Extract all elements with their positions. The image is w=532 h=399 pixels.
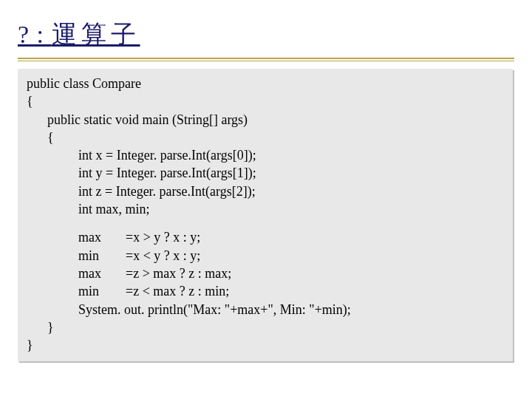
slide-title: ? : 運算子 [18,18,514,52]
code-token: min [78,282,126,300]
code-line: max=x > y ? x : y; [27,228,504,246]
code-line: min=z < max ? z : min; [27,282,504,300]
code-line: System. out. println("Max: "+max+", Min:… [27,301,504,318]
code-token: max [78,228,126,246]
code-line: int x = Integer. parse.Int(args[0]); [27,146,504,164]
title-divider [18,58,514,61]
code-line: min=x < y ? x : y; [27,247,504,265]
code-line: { [27,129,504,146]
code-token: =x > y ? x : y; [126,230,200,245]
divider-line-thick [18,58,514,59]
code-line: int z = Integer. parse.Int(args[2]); [27,183,504,200]
code-line: max=z > max ? z : max; [27,265,504,282]
slide: ? : 運算子 public class Compare { public st… [0,0,532,399]
blank-line [27,218,504,228]
code-line: } [27,336,504,354]
code-token: min [78,247,126,265]
code-line: public class Compare [27,75,504,92]
code-line: int max, min; [27,200,504,218]
code-line: { [27,92,504,110]
code-line: } [27,318,504,336]
code-line: int y = Integer. parse.Int(args[1]); [27,164,504,182]
code-token: =z < max ? z : min; [126,284,229,299]
title-prefix: ? : [18,21,52,48]
code-token: max [78,265,126,282]
code-box: public class Compare { public static voi… [18,69,513,361]
code-line: public static void main (String[] args) [27,111,504,129]
code-token: =z > max ? z : max; [126,266,231,281]
code-token: =x < y ? x : y; [126,248,200,263]
title-cjk: 運算子 [52,21,140,48]
divider-line-thin [18,61,514,61]
